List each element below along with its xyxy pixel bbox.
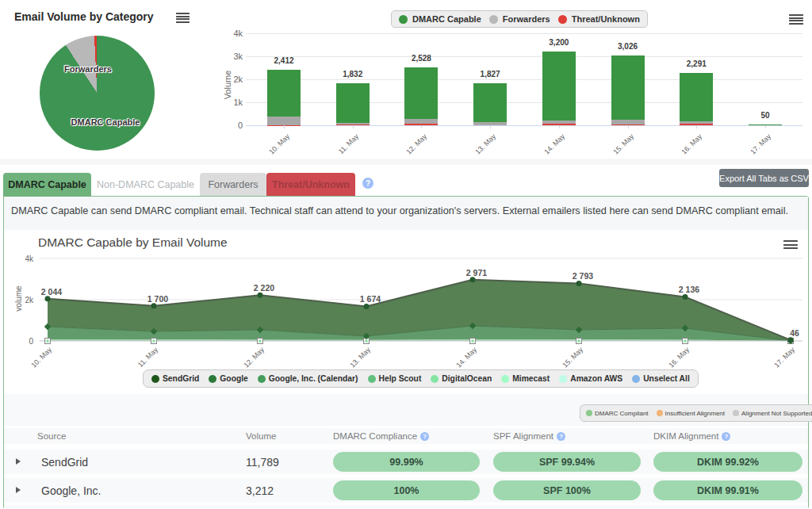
table-row-sendgrid: SendGrid11,78999.99%SPF 99.94%DKIM 99.92… xyxy=(4,450,808,474)
area-xtick-label: 17. May xyxy=(745,346,796,396)
bar-value-label: 3,026 xyxy=(600,42,656,51)
tab-threat-unknown[interactable]: Threat/Unknown xyxy=(266,173,355,197)
row-source: SendGrid xyxy=(41,456,88,469)
area-top-marker[interactable] xyxy=(45,296,51,301)
area-legend-item-help-scout[interactable]: Help Scout xyxy=(368,374,422,383)
row-dmarc-compliance-pill[interactable]: 100% xyxy=(333,480,480,500)
legend-dot xyxy=(431,375,439,383)
export-csv-button[interactable]: Export All Tabs as CSV xyxy=(719,169,809,187)
bar-segment-dmarc-capable[interactable] xyxy=(542,52,576,121)
bar-segment-forwarders[interactable] xyxy=(267,117,301,125)
bar-ytick-label: 0 xyxy=(219,121,243,130)
bar-value-label: 3,200 xyxy=(531,38,587,47)
tabs-help-icon[interactable]: ? xyxy=(362,178,373,189)
row-spf-alignment-pill[interactable]: SPF 99.94% xyxy=(493,452,641,472)
legend-label: Alignment Not Supported xyxy=(741,410,812,417)
area-legend-item-mimecast[interactable]: Mimecast xyxy=(501,374,550,383)
bar-value-label: 2,528 xyxy=(393,54,449,63)
column-header-volume: Volume xyxy=(246,431,276,441)
area-legend-item-unselect-all[interactable]: Unselect All xyxy=(632,374,690,383)
bar-x-tick xyxy=(559,125,560,128)
pie-card: Email Volume by Category Forwarders DMAR… xyxy=(0,0,238,159)
column-header-label: SPF Alignment xyxy=(493,431,553,441)
bar-chart-card: DMARC CapableForwardersThreat/Unknown Vo… xyxy=(222,0,812,159)
area-top-marker[interactable] xyxy=(683,294,688,300)
area-top-marker[interactable] xyxy=(788,337,794,343)
bar-xtick-label: 13. May xyxy=(447,132,498,183)
bar-xtick-label: 15. May xyxy=(584,132,635,183)
area-value-label: 1 674 xyxy=(343,294,398,304)
compliance-legend: DMARC CompliantInsufficient AlignmentAli… xyxy=(580,404,812,422)
area-top-marker[interactable] xyxy=(576,281,582,286)
bar-segment-forwarders[interactable] xyxy=(680,121,713,124)
bar-ytick-label: 4k xyxy=(219,29,243,38)
area-top-marker[interactable] xyxy=(364,304,370,309)
legend-dot xyxy=(586,410,592,416)
legend-dot xyxy=(733,410,739,416)
legend-label: Help Scout xyxy=(379,374,422,383)
compliance-legend-item-insufficient-alignment[interactable]: Insufficient Alignment xyxy=(657,410,725,417)
bar-segment-forwarders[interactable] xyxy=(542,121,576,124)
row-expand-arrow[interactable] xyxy=(16,458,21,465)
area-ytick-label: 2k xyxy=(11,296,33,304)
pie-chart[interactable] xyxy=(40,36,155,151)
column-help-icon[interactable]: ? xyxy=(557,432,565,441)
bar-gridline xyxy=(246,102,802,103)
row-dmarc-compliance-pill[interactable]: 99.99% xyxy=(333,452,480,472)
bar-value-label: 2,291 xyxy=(668,59,724,68)
tab-non-dmarc-capable[interactable]: Non-DMARC Capable xyxy=(91,173,200,197)
bar-segment-forwarders[interactable] xyxy=(611,120,645,124)
bar-segment-dmarc-capable[interactable] xyxy=(473,83,507,122)
bar-segment-dmarc-capable[interactable] xyxy=(404,67,438,119)
table-row-google-inc-: Google, Inc.3,212100%SPF 100%DKIM 99.91% xyxy=(4,478,808,503)
pie-menu-icon[interactable] xyxy=(176,13,190,23)
compliance-legend-item-alignment-not-supported[interactable]: Alignment Not Supported xyxy=(733,410,812,417)
legend-label: SendGrid xyxy=(163,374,199,383)
area-ytick-label: 0 xyxy=(11,337,33,346)
area-legend-item-google[interactable]: Google xyxy=(209,374,247,383)
bar-ytick-label: 3k xyxy=(219,52,243,61)
area-value-label: 1 700 xyxy=(130,294,186,304)
column-help-icon[interactable]: ? xyxy=(420,432,429,441)
legend-label: Mimecast xyxy=(512,374,550,383)
area-ytick-label: 4k xyxy=(11,254,33,263)
area-top-marker[interactable] xyxy=(470,277,476,282)
tab-forwarders[interactable]: Forwarders xyxy=(200,173,266,197)
row-volume: 3,212 xyxy=(246,484,274,497)
bar-x-tick xyxy=(284,125,285,128)
area-low-marker-dot xyxy=(365,339,367,342)
legend-dot xyxy=(209,375,216,383)
bar-value-label: 1,832 xyxy=(325,70,381,78)
area-legend-item-google-inc-calendar-[interactable]: Google, Inc. (Calendar) xyxy=(258,374,358,383)
legend-label: Amazon AWS xyxy=(570,374,622,383)
bar-segment-dmarc-capable[interactable] xyxy=(611,55,645,120)
column-header-label: Volume xyxy=(246,431,276,441)
area-legend-item-sendgrid[interactable]: SendGrid xyxy=(151,374,199,383)
row-expand-arrow[interactable] xyxy=(16,487,21,493)
column-header-source: Source xyxy=(37,431,66,441)
row-dkim-alignment-pill[interactable]: DKIM 99.92% xyxy=(653,452,802,472)
area-legend-item-amazon-aws[interactable]: Amazon AWS xyxy=(559,374,622,383)
column-header-label: DMARC Compliance xyxy=(333,431,417,441)
bar-x-tick xyxy=(765,125,766,128)
compliance-legend-item-dmarc-compliant[interactable]: DMARC Compliant xyxy=(586,410,649,417)
area-low-marker-dot xyxy=(259,339,261,342)
column-header-label: Source xyxy=(37,431,66,441)
area-legend-item-digitalocean[interactable]: DigitalOcean xyxy=(431,374,492,383)
column-help-icon[interactable]: ? xyxy=(722,432,730,441)
legend-dot xyxy=(258,375,266,383)
area-low-marker-dot xyxy=(152,339,155,342)
bar-segment-forwarders[interactable] xyxy=(336,123,370,125)
bar-segment-dmarc-capable[interactable] xyxy=(680,73,713,122)
bar-segment-dmarc-capable[interactable] xyxy=(336,83,370,123)
bar-segment-dmarc-capable[interactable] xyxy=(267,70,301,117)
area-top-marker[interactable] xyxy=(151,303,157,308)
column-header-dkim-alignment: DKIM Alignment? xyxy=(653,431,730,441)
legend-dot xyxy=(501,375,509,383)
row-spf-alignment-pill[interactable]: SPF 100% xyxy=(493,480,641,500)
bar-segment-forwarders[interactable] xyxy=(404,119,438,124)
row-dkim-alignment-pill[interactable]: DKIM 99.91% xyxy=(653,480,802,500)
legend-label: Insufficient Alignment xyxy=(665,410,725,417)
area-top-marker[interactable] xyxy=(258,293,263,298)
tab-dmarc-capable[interactable]: DMARC Capable xyxy=(3,173,91,197)
